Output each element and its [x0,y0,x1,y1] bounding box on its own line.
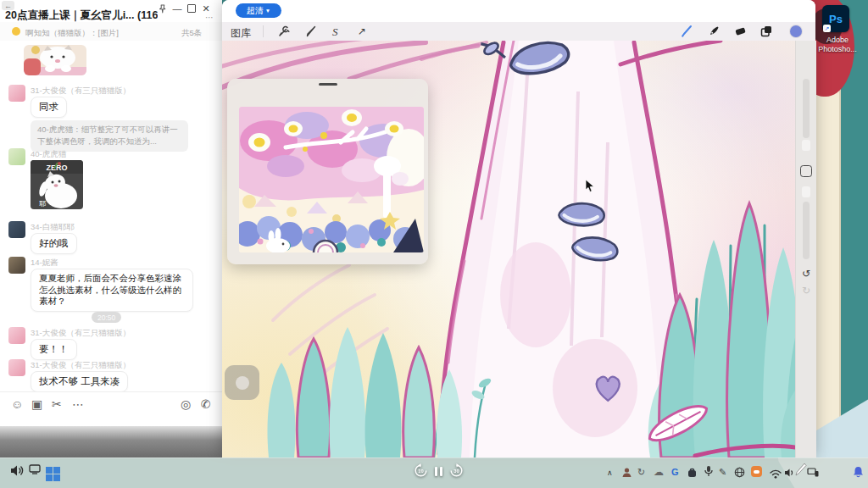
assistive-touch-core [236,376,249,390]
avatar[interactable] [8,359,25,376]
wifi-icon[interactable] [770,467,782,482]
svg-text:10: 10 [418,469,423,474]
video-player-overlay: 倍速播放 1:00:56 [0,426,222,458]
announcement-bar[interactable]: 啊知知（猫猫版）：[图片] 共5条 [0,22,222,42]
maximize-button[interactable] [185,2,198,15]
painting-app-window: 超清 ▼ ⋮ — ✕ 图库 S ↗ [222,0,815,458]
pause-button[interactable] [434,465,443,480]
reference-image-panel[interactable] [227,79,428,264]
avatar[interactable] [8,148,25,165]
layers-icon[interactable] [760,25,773,42]
photoshop-icon-label[interactable]: Adobe Photosho... [810,36,865,55]
emoji-icon[interactable]: ☺ [11,397,23,411]
tray-backpack-icon[interactable] [687,466,698,481]
folder-icon[interactable]: ▣ [31,397,42,411]
color-swatch-button[interactable] [790,25,802,37]
caret-down-icon: ▼ [265,8,270,14]
assistive-touch-button[interactable] [225,365,259,400]
timestamp-pill: 20:50 [92,312,121,323]
svg-text:30: 30 [453,469,459,474]
chat-app-tray-icon[interactable] [751,466,762,477]
announcement-text: 啊知知（猫猫版）：[图片] [25,28,119,39]
paint-titlebar: 超清 ▼ ⋮ — ✕ [222,0,815,22]
zoom-slider[interactable] [803,79,810,138]
avatar[interactable] [8,327,25,344]
gallery-button[interactable]: 图库 [231,26,251,41]
tray-person-icon[interactable] [621,466,632,481]
shortcut-arrow-icon: ↗ [823,25,831,32]
pin-icon[interactable] [155,2,169,15]
mouse-cursor [585,180,595,197]
svg-text:耶: 耶 [39,200,46,208]
sticker-image[interactable] [24,45,86,75]
tray-chevron-icon[interactable]: ∧ [607,469,613,477]
canvas-side-toolbar: ↺ ↻ [795,41,816,458]
message-bubble[interactable]: 要！！ [31,339,77,360]
record-icon[interactable]: ◎ [181,397,191,411]
volume-icon[interactable] [10,464,25,480]
undo-button[interactable]: ↺ [796,268,816,280]
drag-handle[interactable] [319,83,337,86]
tray-volume-icon[interactable] [784,466,795,481]
pen-tool-icon[interactable] [305,25,317,41]
call-icon[interactable]: ✆ [201,397,211,411]
tray-pen-icon[interactable]: ✎ [719,467,726,478]
redo-button[interactable]: ↻ [796,285,816,297]
screen-share-icon[interactable] [29,463,41,478]
composer-toolbar: ☺ ▣ ✂ ⋯ ◎ ✆ [0,391,222,416]
sender-name: 31-大俊俊（有三只猫猫版） [31,360,131,371]
message-bubble[interactable]: 同求 [31,97,67,118]
globe-icon[interactable] [734,466,745,481]
meme-image[interactable]: ZERO 耶 [31,160,83,209]
paint-toolbar: 图库 S ↗ [222,22,815,42]
more-options-button[interactable]: ⋯ [205,13,214,22]
move-arrow-tool-icon[interactable]: ↗ [358,25,366,37]
quoted-message[interactable]: 40-虎虎猫：细节整完了可不可以再讲一下整体调色呀，我调的不知道为... [31,120,188,152]
message-bubble[interactable]: 夏夏老师，后面会不会分享色彩速涂怎么挑选素材，什么等级选什么样的素材？ [31,269,193,312]
stylus-cursor-icon [795,463,807,480]
drawing-canvas[interactable] [222,41,795,458]
reference-painting [239,107,424,252]
microphone-icon[interactable] [704,465,714,480]
avatar[interactable] [8,257,25,274]
lasso-s-tool-icon[interactable]: S [332,25,338,39]
slider-thumb[interactable] [802,186,810,197]
forward-30-button[interactable]: 30 [449,463,464,481]
photoshop-icon-text: Ps [829,13,843,25]
avatar[interactable] [8,221,25,238]
onedrive-cloud-icon[interactable]: ☁ [654,466,664,478]
message-bubble[interactable]: 好的哦 [31,233,77,254]
sender-name: 31-大俊俊（有三只猫猫版） [31,328,131,339]
ink-pen-tool-icon[interactable] [707,25,721,42]
quality-selector-button[interactable]: 超清 ▼ [236,3,281,18]
start-button[interactable] [46,467,60,481]
minimize-button[interactable]: — [170,2,184,15]
eraser-tool-icon[interactable] [734,25,747,41]
sender-name: 40-虎虎猫 [31,149,66,160]
announcement-avatar [12,27,20,36]
notification-bell-icon[interactable] [853,466,864,481]
rewind-10-button[interactable]: 10 [414,463,428,481]
tray-sync-icon[interactable]: ↻ [637,467,645,478]
wallpaper-paper-strip [814,59,841,458]
display-device-icon[interactable] [807,466,819,481]
group-chat-window: ← 20点直播上课｜夏幺官儿i... (116) — ✕ ⋯ 啊知知（猫猫版）：… [0,0,222,458]
media-controls-overlay: 10 30 [414,463,464,481]
sender-name: 14-妮酱 [31,258,58,269]
sender-name: 34-白猫耶耶 [31,222,75,233]
message-list[interactable]: 31-大俊俊（有三只猫猫版） 同求 40-虎虎猫：细节整完了可不可以再讲一下整体… [0,41,222,391]
tray-g-app-icon[interactable]: G [671,467,679,477]
screenshot-scissors-icon[interactable]: ✂ [52,397,62,411]
message-bubble[interactable]: 技术不够 工具来凑 [31,371,128,391]
sender-name: 31-大俊俊（有三只猫猫版） [31,86,131,97]
slider-thumb[interactable] [802,140,810,151]
brush-tool-icon[interactable] [680,25,693,42]
chat-history-icon[interactable]: ⋯ [72,397,84,411]
wrench-tool-icon[interactable] [278,25,290,41]
square-select-button[interactable] [800,165,812,177]
avatar[interactable] [8,85,25,102]
toolbar-divider [263,25,264,37]
brush-size-slider[interactable] [803,202,810,259]
chat-window-title: 20点直播上课｜夏幺官儿i... (116) [5,8,158,23]
announcement-count: 共5条 [181,28,202,39]
